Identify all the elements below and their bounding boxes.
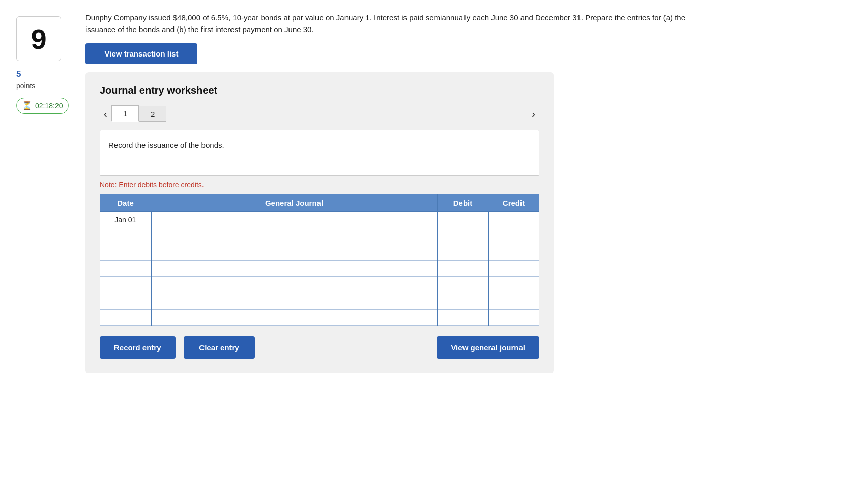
credit-input[interactable] [489,293,539,309]
journal-input[interactable] [152,212,437,228]
table-row [100,244,539,261]
question-number-box: 9 [16,16,61,61]
date-cell [100,228,151,244]
debit-input[interactable] [438,228,488,244]
note-text: Note: Enter debits before credits. [100,181,539,189]
instruction-box: Record the issuance of the bonds. [100,130,539,176]
hourglass-icon: ⏳ [22,101,32,110]
worksheet-title: Journal entry worksheet [100,85,539,96]
problem-text: Dunphy Company issued $48,000 of 6.5%, 1… [85,12,696,35]
journal-cell[interactable] [151,293,438,310]
col-header-debit: Debit [438,194,488,212]
credit-input[interactable] [489,277,539,293]
journal-input[interactable] [152,228,437,244]
journal-cell[interactable] [151,228,438,244]
credit-cell[interactable] [488,244,539,261]
credit-input[interactable] [489,212,539,228]
debit-input[interactable] [438,244,488,260]
credit-cell[interactable] [488,277,539,293]
credit-cell[interactable] [488,310,539,326]
debit-cell[interactable] [438,261,488,277]
points-section: 5 points [16,69,35,90]
worksheet-container: Journal entry worksheet ‹ 1 2 › Record t… [85,72,554,373]
table-row [100,228,539,244]
table-row [100,293,539,310]
credit-input[interactable] [489,244,539,260]
page: 9 5 points ⏳ 02:18:20 Dunphy Company iss… [0,0,868,501]
table-row [100,261,539,277]
main-content: Dunphy Company issued $48,000 of 6.5%, 1… [77,12,852,489]
journal-cell[interactable] [151,261,438,277]
credit-input[interactable] [489,228,539,244]
credit-cell[interactable] [488,228,539,244]
credit-input[interactable] [489,310,539,325]
record-entry-button[interactable]: Record entry [100,336,176,359]
journal-input[interactable] [152,244,437,260]
credit-cell[interactable] [488,293,539,310]
points-value: 5 [16,69,35,79]
tab-prev-arrow[interactable]: ‹ [100,106,111,122]
journal-cell[interactable] [151,212,438,228]
date-cell: Jan 01 [100,212,151,228]
date-cell [100,277,151,293]
credit-input[interactable] [489,261,539,276]
tab-1[interactable]: 1 [111,105,139,122]
debit-cell[interactable] [438,212,488,228]
journal-table: Date General Journal Debit Credit Jan 01 [100,194,539,326]
clear-entry-button[interactable]: Clear entry [184,336,255,359]
debit-input[interactable] [438,212,488,228]
view-transaction-button[interactable]: View transaction list [85,43,197,64]
view-general-journal-button[interactable]: View general journal [437,336,539,359]
date-cell [100,244,151,261]
col-header-credit: Credit [488,194,539,212]
credit-cell[interactable] [488,212,539,228]
tab-next-arrow[interactable]: › [528,106,539,122]
credit-cell[interactable] [488,261,539,277]
debit-input[interactable] [438,277,488,293]
debit-cell[interactable] [438,244,488,261]
table-row: Jan 01 [100,212,539,228]
col-header-date: Date [100,194,151,212]
left-sidebar: 9 5 points ⏳ 02:18:20 [16,12,77,489]
debit-input[interactable] [438,293,488,309]
tab-2[interactable]: 2 [139,106,166,122]
journal-cell[interactable] [151,310,438,326]
table-row [100,310,539,326]
debit-input[interactable] [438,261,488,276]
journal-input[interactable] [152,293,437,309]
instruction-text: Record the issuance of the bonds. [108,141,224,149]
date-cell [100,261,151,277]
points-label: points [16,81,35,90]
timer-badge: ⏳ 02:18:20 [16,98,69,114]
table-row [100,277,539,293]
col-header-journal: General Journal [151,194,438,212]
question-number: 9 [31,22,46,55]
debit-input[interactable] [438,310,488,325]
buttons-row: Record entry Clear entry View general jo… [100,336,539,359]
debit-cell[interactable] [438,293,488,310]
debit-cell[interactable] [438,228,488,244]
tabs-nav: ‹ 1 2 › [100,105,539,122]
journal-input[interactable] [152,261,437,276]
journal-cell[interactable] [151,277,438,293]
date-cell [100,310,151,326]
timer-value: 02:18:20 [35,102,63,110]
journal-input[interactable] [152,277,437,293]
debit-cell[interactable] [438,277,488,293]
date-cell [100,293,151,310]
journal-input[interactable] [152,310,437,325]
journal-cell[interactable] [151,244,438,261]
debit-cell[interactable] [438,310,488,326]
